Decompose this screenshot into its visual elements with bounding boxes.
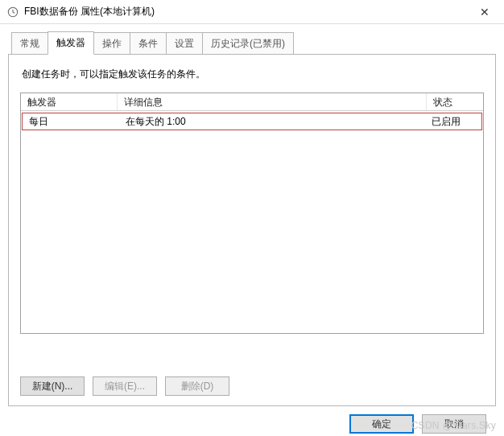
cell-details: 在每天的 1:00	[119, 113, 425, 130]
table-row[interactable]: 每日 在每天的 1:00 已启用	[22, 113, 482, 130]
titlebar: FBI数据备份 属性(本地计算机) ✕	[0, 0, 504, 24]
tab-conditions[interactable]: 条件	[130, 32, 167, 55]
edit-button[interactable]: 编辑(E)...	[93, 376, 157, 396]
table-header: 触发器 详细信息 状态	[21, 93, 483, 111]
dialog-buttons: 确定 取消	[8, 406, 496, 434]
close-icon: ✕	[480, 6, 490, 19]
cancel-button[interactable]: 取消	[422, 414, 486, 434]
cell-trigger: 每日	[23, 113, 119, 130]
panel-description: 创建任务时，可以指定触发该任务的条件。	[22, 68, 482, 81]
delete-button[interactable]: 删除(D)	[165, 376, 229, 396]
col-status[interactable]: 状态	[427, 93, 483, 112]
clock-icon	[6, 6, 19, 19]
dialog-client: 常规 触发器 操作 条件 设置 历史记录(已禁用) 创建任务时，可以指定触发该任…	[0, 24, 504, 436]
new-button[interactable]: 新建(N)...	[20, 376, 85, 396]
triggers-table[interactable]: 触发器 详细信息 状态 每日 在每天的 1:00 已启用	[20, 93, 484, 334]
cell-status: 已启用	[425, 113, 481, 130]
ok-button[interactable]: 确定	[349, 414, 414, 434]
col-details[interactable]: 详细信息	[118, 93, 427, 112]
window-title: FBI数据备份 属性(本地计算机)	[24, 5, 466, 19]
tab-strip: 常规 触发器 操作 条件 设置 历史记录(已禁用)	[11, 31, 496, 54]
tab-triggers[interactable]: 触发器	[48, 31, 94, 55]
close-button[interactable]: ✕	[466, 0, 502, 24]
tab-general[interactable]: 常规	[11, 32, 48, 55]
tab-actions[interactable]: 操作	[93, 32, 130, 55]
col-trigger[interactable]: 触发器	[21, 93, 118, 112]
triggers-panel: 创建任务时，可以指定触发该任务的条件。 触发器 详细信息 状态 每日 在每天的 …	[8, 54, 496, 406]
tab-history[interactable]: 历史记录(已禁用)	[202, 32, 294, 55]
tab-settings[interactable]: 设置	[166, 32, 203, 55]
panel-buttons: 新建(N)... 编辑(E)... 删除(D)	[20, 376, 229, 396]
